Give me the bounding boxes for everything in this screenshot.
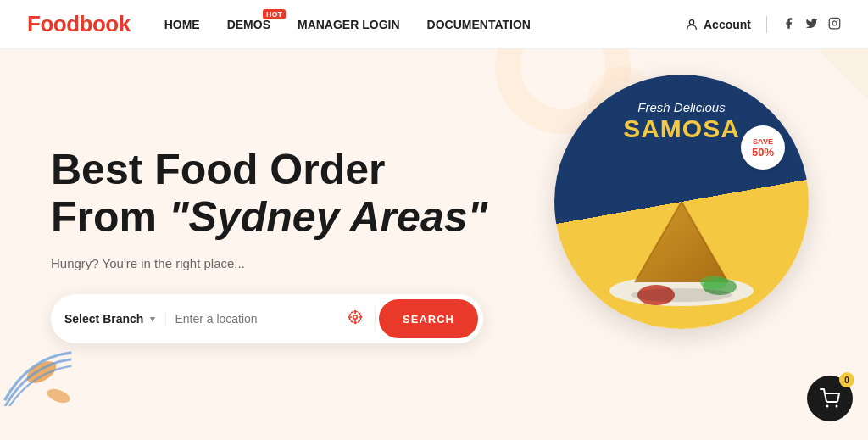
svg-point-18 — [826, 405, 829, 408]
location-input[interactable] — [175, 312, 341, 326]
food-samosa-label: SAMOSA — [623, 114, 740, 143]
account-label: Account — [704, 18, 751, 31]
navbar: Foodbook HOME DEMOS HOT MANAGER LOGIN DO… — [0, 0, 868, 49]
svg-point-17 — [631, 288, 732, 302]
branch-select-label: Select Branch — [64, 312, 143, 326]
nav-documentation[interactable]: DOCUMENTATION — [427, 18, 531, 31]
svg-marker-11 — [635, 202, 728, 282]
hot-badge: HOT — [263, 9, 286, 19]
deco-lines — [0, 347, 76, 406]
svg-point-2 — [837, 19, 837, 20]
nav-links: HOME DEMOS HOT MANAGER LOGIN DOCUMENTATI… — [164, 18, 685, 31]
logo-highlight: Food — [27, 11, 80, 36]
search-button[interactable]: SEARCH — [379, 299, 478, 338]
logo[interactable]: Foodbook — [27, 11, 131, 37]
hero-subtitle: Hungry? You're in the right place... — [51, 256, 487, 270]
svg-point-16 — [700, 276, 727, 289]
search-bar: Select Branch ▾ SEARCH — [51, 294, 483, 343]
title-line2-highlight: "Sydney Areas" — [169, 193, 487, 241]
cart-icon — [820, 388, 840, 409]
svg-point-3 — [353, 315, 358, 319]
svg-point-0 — [689, 19, 693, 24]
save-percent: 50% — [752, 146, 774, 159]
location-input-wrap — [166, 309, 371, 329]
food-fresh-label: Fresh Delicious — [623, 100, 740, 114]
cart-button[interactable]: 0 — [807, 376, 853, 421]
instagram-icon[interactable] — [828, 17, 841, 32]
samosa-image — [588, 176, 775, 312]
hero-section: Best Food Order From "Sydney Areas" Hung… — [0, 49, 868, 440]
hero-content: Best Food Order From "Sydney Areas" Hung… — [51, 146, 487, 343]
hero-image-wrap: Fresh Delicious SAMOSA SAVE 50% — [554, 75, 817, 337]
nav-right: Account — [685, 16, 841, 33]
social-icons — [782, 17, 841, 32]
deco-top-right — [817, 49, 868, 100]
hero-title: Best Food Order From "Sydney Areas" — [51, 146, 487, 241]
twitter-icon[interactable] — [805, 17, 818, 32]
location-target-icon[interactable] — [348, 309, 363, 329]
logo-suffix: book — [80, 11, 131, 36]
cart-count: 0 — [839, 372, 854, 387]
save-label: SAVE — [753, 137, 773, 146]
nav-home[interactable]: HOME — [164, 18, 200, 31]
food-circle-content: Fresh Delicious SAMOSA SAVE 50% — [554, 75, 809, 329]
food-circle: Fresh Delicious SAMOSA SAVE 50% — [554, 75, 809, 329]
divider — [766, 16, 767, 33]
account-link[interactable]: Account — [685, 18, 751, 31]
save-badge: SAVE 50% — [741, 125, 785, 170]
svg-rect-1 — [829, 18, 840, 29]
chevron-down-icon: ▾ — [150, 314, 155, 325]
user-icon — [685, 18, 698, 31]
search-divider — [375, 306, 376, 331]
facebook-icon[interactable] — [782, 17, 795, 32]
svg-point-19 — [836, 405, 838, 408]
nav-manager-login[interactable]: MANAGER LOGIN — [298, 18, 400, 31]
food-text-top: Fresh Delicious SAMOSA — [623, 100, 740, 143]
branch-select[interactable]: Select Branch ▾ — [64, 312, 166, 326]
nav-demos[interactable]: DEMOS HOT — [227, 18, 270, 31]
title-line1: Best Food Order — [51, 146, 385, 193]
title-line2-plain: From — [51, 193, 169, 241]
